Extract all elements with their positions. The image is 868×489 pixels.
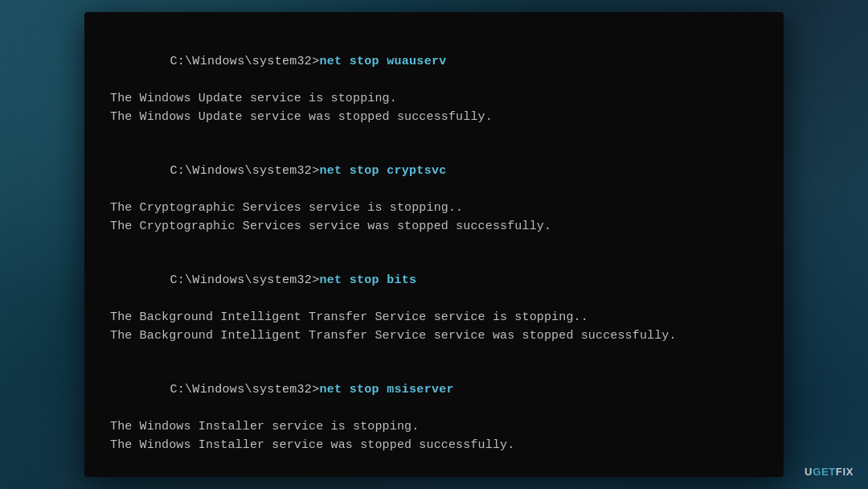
output-line-1-2: The Windows Update service was stopped s… (110, 108, 758, 126)
watermark-fix: FIX (836, 466, 854, 478)
command-line-1: C:\Windows\system32>net stop wuauserv (110, 35, 758, 89)
command-text-4: net stop msiserver (319, 383, 453, 397)
page-background: C:\Windows\system32>net stop wuauserv Th… (0, 0, 868, 489)
command-block-wuauserv: C:\Windows\system32>net stop wuauserv Th… (110, 35, 758, 126)
command-text-2: net stop cryptsvc (319, 164, 446, 178)
output-line-4-2: The Windows Installer service was stoppe… (110, 436, 758, 454)
output-line-2-2: The Cryptographic Services service was s… (110, 217, 758, 236)
terminal-window: C:\Windows\system32>net stop wuauserv Th… (84, 12, 784, 477)
command-block-cryptsvc: C:\Windows\system32>net stop cryptsvc Th… (110, 144, 758, 236)
command-line-2: C:\Windows\system32>net stop cryptsvc (110, 144, 758, 199)
prompt-4: C:\Windows\system32> (170, 383, 319, 397)
output-line-2-1: The Cryptographic Services service is st… (110, 199, 758, 217)
watermark: UGETFIX (805, 466, 854, 478)
watermark-get: GET (813, 466, 836, 478)
command-line-4: C:\Windows\system32>net stop msiserver (110, 363, 758, 417)
command-text-1: net stop wuauserv (319, 55, 446, 68)
output-line-4-1: The Windows Installer service is stoppin… (110, 417, 758, 436)
prompt-2: C:\Windows\system32> (170, 164, 319, 178)
output-line-1-1: The Windows Update service is stopping. (110, 89, 758, 108)
command-block-msiserver: C:\Windows\system32>net stop msiserver T… (110, 363, 758, 454)
prompt-3: C:\Windows\system32> (170, 273, 319, 287)
command-block-bits: C:\Windows\system32>net stop bits The Ba… (110, 253, 758, 345)
output-line-3-2: The Background Intelligent Transfer Serv… (110, 327, 758, 345)
watermark-u: U (805, 466, 813, 478)
command-text-3: net stop bits (319, 273, 416, 287)
command-line-3: C:\Windows\system32>net stop bits (110, 253, 758, 308)
output-line-3-1: The Background Intelligent Transfer Serv… (110, 308, 758, 327)
prompt-1: C:\Windows\system32> (170, 55, 319, 68)
